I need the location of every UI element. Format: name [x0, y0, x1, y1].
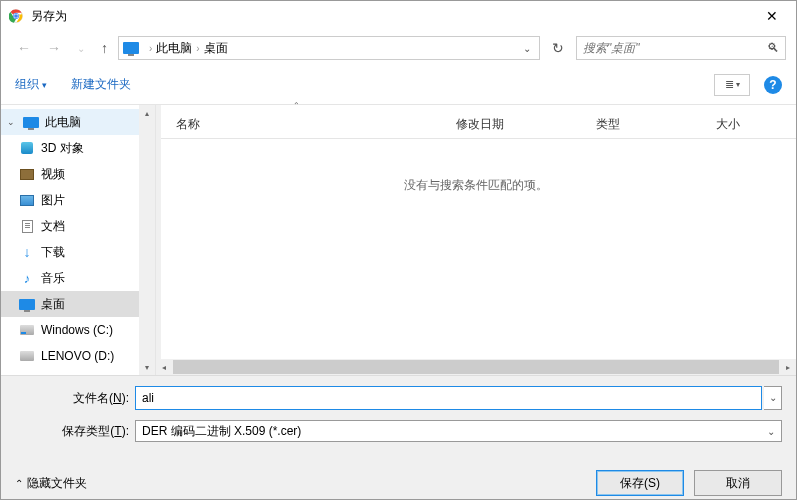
organize-menu[interactable]: 组织 ▾: [15, 76, 47, 93]
close-icon[interactable]: ✕: [756, 8, 788, 24]
back-icon[interactable]: ←: [11, 36, 37, 60]
help-icon[interactable]: ?: [764, 76, 782, 94]
toolbar: 组织 ▾ 新建文件夹 ≣ ▾ ?: [1, 65, 796, 105]
breadcrumb[interactable]: › 此电脑 › 桌面 ⌄: [118, 36, 540, 60]
sidebar-root-this-pc[interactable]: ⌄ 此电脑: [1, 109, 155, 135]
cancel-button[interactable]: 取消: [694, 470, 782, 496]
column-type[interactable]: 类型: [596, 116, 716, 133]
sidebar-item-drive-d[interactable]: LENOVO (D:): [1, 343, 155, 369]
nav-row: ← → ⌄ ↑ › 此电脑 › 桌面 ⌄ ↻ 🔍︎: [1, 31, 796, 65]
sidebar-item-downloads[interactable]: ↓下载: [1, 239, 155, 265]
sidebar: ⌄ 此电脑 3D 对象 视频 图片 文档 ↓下载 ♪音乐 桌面 Windows …: [1, 105, 156, 375]
sidebar-item-pictures[interactable]: 图片: [1, 187, 155, 213]
music-icon: ♪: [19, 271, 35, 285]
form-area: 文件名(N): ⌄ 保存类型(T): DER 编码二进制 X.509 (*.ce…: [1, 375, 796, 458]
view-mode-button[interactable]: ≣ ▾: [714, 74, 750, 96]
filename-input[interactable]: [135, 386, 762, 410]
file-list-area: ⌃ 名称 修改日期 类型 大小 没有与搜索条件匹配的项。 ◂ ▸: [156, 105, 796, 375]
filetype-row: 保存类型(T): DER 编码二进制 X.509 (*.cer) ⌄: [15, 420, 782, 442]
scroll-right-icon[interactable]: ▸: [780, 363, 796, 372]
column-headers: 名称 修改日期 类型 大小: [156, 111, 796, 139]
chevron-right-icon: ›: [149, 43, 152, 54]
forward-icon[interactable]: →: [41, 36, 67, 60]
search-input[interactable]: [583, 41, 767, 55]
breadcrumb-current[interactable]: 桌面: [204, 40, 228, 57]
new-folder-button[interactable]: 新建文件夹: [71, 76, 131, 93]
sidebar-item-drive-c[interactable]: Windows (C:): [1, 317, 155, 343]
breadcrumb-dropdown-icon[interactable]: ⌄: [519, 43, 535, 54]
svg-point-3: [14, 14, 18, 18]
column-name[interactable]: 名称: [176, 116, 456, 133]
sidebar-item-desktop[interactable]: 桌面: [1, 291, 155, 317]
disk-icon: [20, 351, 34, 361]
picture-icon: [20, 195, 34, 206]
footer: ⌃ 隐藏文件夹 保存(S) 取消: [1, 458, 796, 500]
sidebar-item-music[interactable]: ♪音乐: [1, 265, 155, 291]
scroll-thumb[interactable]: [173, 360, 779, 374]
hide-folders-toggle[interactable]: ⌃ 隐藏文件夹: [15, 475, 87, 492]
monitor-icon: [23, 117, 39, 128]
cube-icon: [21, 142, 33, 154]
titlebar: 另存为 ✕: [1, 1, 796, 31]
chrome-icon: [9, 9, 23, 23]
splitter[interactable]: [156, 105, 161, 375]
document-icon: [22, 220, 33, 233]
download-icon: ↓: [19, 245, 35, 259]
empty-message: 没有与搜索条件匹配的项。: [156, 177, 796, 194]
filename-dropdown-icon[interactable]: ⌄: [764, 386, 782, 410]
history-dropdown-icon[interactable]: ⌄: [71, 39, 91, 58]
filename-row: 文件名(N): ⌄: [15, 386, 782, 410]
chevron-down-icon: ⌄: [767, 426, 775, 437]
chevron-right-icon: ›: [196, 43, 199, 54]
monitor-icon: [123, 42, 139, 54]
filetype-value: DER 编码二进制 X.509 (*.cer): [142, 423, 301, 440]
collapse-icon[interactable]: ⌄: [7, 117, 17, 127]
up-icon[interactable]: ↑: [95, 36, 114, 60]
refresh-icon[interactable]: ↻: [544, 36, 572, 60]
breadcrumb-root[interactable]: 此电脑: [156, 40, 192, 57]
save-button[interactable]: 保存(S): [596, 470, 684, 496]
column-date[interactable]: 修改日期: [456, 116, 596, 133]
film-icon: [20, 169, 34, 180]
sidebar-scrollbar[interactable]: ▴ ▾: [139, 105, 155, 375]
window-title: 另存为: [31, 8, 756, 25]
scroll-up-icon[interactable]: ▴: [139, 105, 155, 121]
disk-icon: [20, 325, 34, 335]
sidebar-label: 此电脑: [45, 114, 81, 131]
sidebar-item-documents[interactable]: 文档: [1, 213, 155, 239]
sidebar-item-videos[interactable]: 视频: [1, 161, 155, 187]
search-icon[interactable]: 🔍︎: [767, 41, 779, 55]
filename-label: 文件名(N):: [15, 390, 135, 407]
search-box[interactable]: 🔍︎: [576, 36, 786, 60]
main-area: ⌄ 此电脑 3D 对象 视频 图片 文档 ↓下载 ♪音乐 桌面 Windows …: [1, 105, 796, 375]
scroll-down-icon[interactable]: ▾: [139, 359, 155, 375]
filetype-label: 保存类型(T):: [15, 423, 135, 440]
horizontal-scrollbar[interactable]: ◂ ▸: [156, 359, 796, 375]
column-size[interactable]: 大小: [716, 116, 796, 133]
sort-indicator-icon: ⌃: [156, 101, 436, 111]
chevron-up-icon: ⌃: [15, 478, 23, 489]
filetype-select[interactable]: DER 编码二进制 X.509 (*.cer) ⌄: [135, 420, 782, 442]
sidebar-item-3d[interactable]: 3D 对象: [1, 135, 155, 161]
monitor-icon: [19, 299, 35, 310]
